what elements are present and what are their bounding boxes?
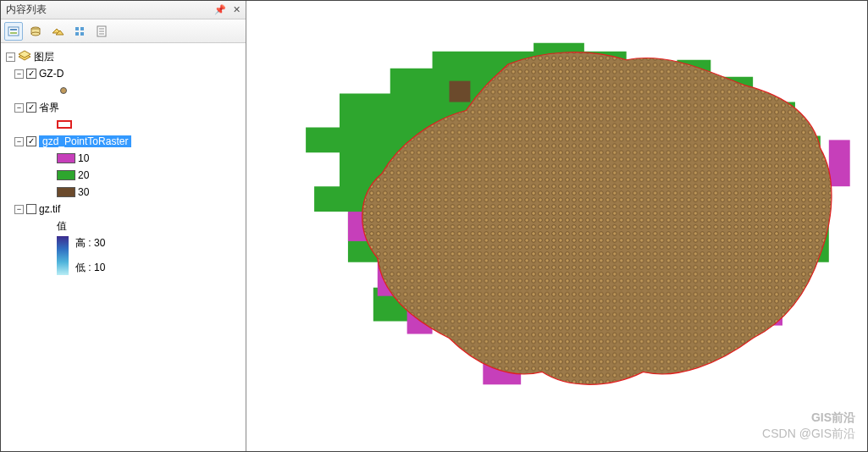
close-icon[interactable]: ✕ <box>233 4 240 15</box>
toc-header-controls: 📌 ✕ <box>214 4 240 15</box>
class-30[interactable]: 30 <box>4 184 242 201</box>
class-10-swatch <box>57 153 75 163</box>
list-by-selection-button[interactable] <box>70 22 89 41</box>
svg-rect-9 <box>80 32 84 36</box>
point-symbol-icon <box>60 87 67 94</box>
class-20[interactable]: 20 <box>4 167 242 184</box>
layer-checkbox-gztif[interactable] <box>26 204 36 214</box>
layer-gzd[interactable]: − GZ-D <box>4 65 242 82</box>
layer-province[interactable]: − 省界 <box>4 99 242 116</box>
collapse-icon[interactable]: − <box>14 103 24 113</box>
svg-rect-20 <box>829 140 850 186</box>
layers-icon <box>18 50 31 64</box>
map-canvas <box>246 1 867 451</box>
list-by-drawing-order-button[interactable] <box>4 22 23 41</box>
collapse-icon[interactable]: − <box>14 137 24 146</box>
class-10[interactable]: 10 <box>4 150 242 167</box>
list-by-source-button[interactable] <box>26 22 45 41</box>
outline-symbol-icon <box>57 120 72 129</box>
layer-checkbox-p2r[interactable] <box>26 136 36 146</box>
layer-checkbox-gzd[interactable] <box>26 69 36 79</box>
gradient-ramp-icon <box>57 236 69 275</box>
collapse-icon[interactable]: − <box>14 69 24 79</box>
layer-label-gzd: GZ-D <box>39 68 64 80</box>
symbol-gzd-point[interactable] <box>4 82 242 99</box>
symbol-province-outline[interactable] <box>4 116 242 133</box>
svg-rect-23 <box>449 81 470 102</box>
root-layers-node[interactable]: − 图层 <box>4 48 242 65</box>
svg-rect-2 <box>10 32 17 34</box>
gztif-low-label: 低 : 10 <box>75 261 105 275</box>
options-button[interactable] <box>92 22 111 41</box>
svg-rect-0 <box>8 27 19 36</box>
class-30-swatch <box>57 187 75 197</box>
gztif-value-node: 值 <box>4 218 242 234</box>
layer-label-province: 省界 <box>39 101 59 115</box>
toc-title: 内容列表 <box>6 3 47 17</box>
toc-toolbar <box>1 19 246 43</box>
layer-label-p2r: gzd_PointToRaster <box>39 135 131 147</box>
gztif-high-label: 高 : 30 <box>75 236 105 251</box>
svg-point-5 <box>31 32 40 36</box>
layer-gztif[interactable]: − gz.tif <box>4 201 242 218</box>
collapse-icon[interactable]: − <box>14 205 24 214</box>
pin-icon[interactable]: 📌 <box>214 4 226 15</box>
toc-header: 内容列表 📌 ✕ <box>1 1 246 19</box>
map-view[interactable]: GIS前沿 CSDN @GIS前沿 <box>246 1 867 451</box>
layer-checkbox-province[interactable] <box>26 102 36 113</box>
root-layers-label: 图层 <box>34 50 54 64</box>
class-20-swatch <box>57 170 75 180</box>
svg-rect-7 <box>80 27 84 30</box>
class-10-label: 10 <box>78 152 89 164</box>
table-of-contents-panel: 内容列表 📌 ✕ − 图层 − <box>1 1 246 451</box>
class-20-label: 20 <box>78 169 89 181</box>
svg-rect-8 <box>75 32 79 36</box>
svg-rect-6 <box>75 27 79 30</box>
gztif-value-label: 值 <box>57 219 67 234</box>
class-30-label: 30 <box>78 186 89 198</box>
svg-rect-1 <box>10 29 17 30</box>
list-by-visibility-button[interactable] <box>48 22 67 41</box>
layer-label-gztif: gz.tif <box>39 203 60 215</box>
collapse-icon[interactable]: − <box>6 52 15 62</box>
layer-point-to-raster[interactable]: − gzd_PointToRaster <box>4 133 242 150</box>
gztif-gradient: 高 : 30 低 : 10 <box>4 236 242 275</box>
layer-tree: − 图层 − GZ-D − 省界 − gzd_PointToRaster <box>1 43 246 451</box>
